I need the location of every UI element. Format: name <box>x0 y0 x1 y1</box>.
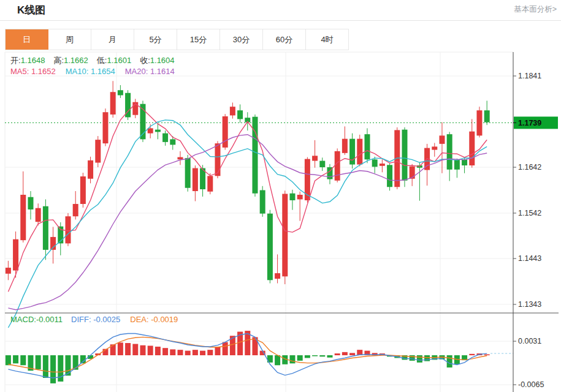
candle[interactable] <box>447 132 452 181</box>
ma5-value: 1.1652 <box>31 67 56 76</box>
candle-body <box>102 112 108 143</box>
candle[interactable] <box>185 155 191 192</box>
ma5-label: MA5: <box>10 67 29 76</box>
candle[interactable] <box>20 172 26 243</box>
candle-body <box>6 268 11 274</box>
candle[interactable] <box>260 186 265 217</box>
candle-body <box>342 139 348 153</box>
candle[interactable] <box>28 191 33 219</box>
candle[interactable] <box>349 134 355 169</box>
candle-body <box>260 190 265 214</box>
macd-axis-label: 0.0031 <box>518 337 541 345</box>
dea-label: DEA: <box>130 315 148 324</box>
diff-label: DIFF: <box>71 315 91 324</box>
candle[interactable] <box>177 151 183 165</box>
candle-body <box>387 165 392 187</box>
candle[interactable] <box>110 81 116 118</box>
candle-body <box>289 194 295 200</box>
candle[interactable] <box>342 126 348 154</box>
macd-bar <box>319 355 325 356</box>
candle[interactable] <box>13 232 18 278</box>
macd-bar <box>162 348 168 355</box>
macd-bar <box>312 355 318 356</box>
candle[interactable] <box>43 199 48 260</box>
candle[interactable] <box>102 108 108 146</box>
candle-body <box>357 139 362 165</box>
candle-body <box>469 132 475 165</box>
candle[interactable] <box>484 100 490 125</box>
candle[interactable] <box>387 163 392 190</box>
macd-legend: MACD:-0.0011DIFF: -0.0025DEA: -0.0019 <box>10 315 178 324</box>
candle-body <box>73 204 78 216</box>
candle-body <box>380 164 385 166</box>
candle[interactable] <box>125 90 131 120</box>
macd-bar <box>155 347 161 355</box>
macd-bar <box>148 345 153 355</box>
candle[interactable] <box>297 192 303 221</box>
candle[interactable] <box>469 119 475 167</box>
candle[interactable] <box>289 190 295 210</box>
candle-body <box>207 176 213 191</box>
price-axis-label: 1.1542 <box>518 209 541 217</box>
candle-body <box>80 176 86 204</box>
candle[interactable] <box>118 85 123 98</box>
ma20-value: 1.1614 <box>150 67 175 76</box>
candle-body <box>36 208 41 222</box>
candle[interactable] <box>357 135 362 167</box>
macd-bar <box>297 355 303 361</box>
candle[interactable] <box>312 140 318 168</box>
price-axis-label: 1.1443 <box>518 254 541 263</box>
candle[interactable] <box>230 102 235 118</box>
candle-body <box>439 135 445 143</box>
candle[interactable] <box>207 173 213 194</box>
candle[interactable] <box>402 127 407 187</box>
macd-bar <box>6 355 11 365</box>
candle[interactable] <box>132 99 138 118</box>
candle[interactable] <box>193 165 198 201</box>
macd-bar <box>342 352 348 355</box>
open-label: 开: <box>10 56 21 65</box>
macd-bar <box>275 355 280 365</box>
candle[interactable] <box>6 261 11 280</box>
macd-bar <box>140 345 145 355</box>
candle-body <box>335 151 340 181</box>
macd-bar <box>50 355 56 383</box>
candle-body <box>88 160 93 179</box>
macd-bar <box>185 351 191 355</box>
high-label: 高: <box>53 56 64 65</box>
candle[interactable] <box>155 124 161 139</box>
candle[interactable] <box>223 114 228 149</box>
macd-bar <box>200 351 205 355</box>
candle[interactable] <box>88 157 93 183</box>
candle[interactable] <box>36 203 41 225</box>
candle[interactable] <box>476 107 482 137</box>
candle[interactable] <box>432 143 437 156</box>
macd-bar <box>417 355 422 363</box>
candle[interactable] <box>65 213 71 246</box>
candle[interactable] <box>162 130 168 146</box>
candle[interactable] <box>252 115 258 197</box>
candle[interactable] <box>80 173 86 208</box>
macd-axis-label: -0.0065 <box>518 380 544 389</box>
candle-body <box>28 197 33 209</box>
candle[interactable] <box>319 157 325 171</box>
ma10-label: MA10: <box>66 67 89 76</box>
macd-bar <box>193 350 198 355</box>
candle[interactable] <box>237 104 243 123</box>
candle-body <box>372 159 378 167</box>
candle[interactable] <box>267 210 273 284</box>
candle[interactable] <box>380 159 385 172</box>
candle[interactable] <box>364 128 370 163</box>
candle[interactable] <box>95 136 101 167</box>
candle[interactable] <box>282 190 288 284</box>
candle[interactable] <box>410 164 415 186</box>
macd-bar <box>118 342 123 355</box>
candle[interactable] <box>454 159 460 178</box>
low-label: 低: <box>97 56 107 65</box>
candle-body <box>230 107 235 115</box>
diff-value: -0.0025 <box>93 315 120 324</box>
candle[interactable] <box>73 191 78 219</box>
candle-body <box>185 158 191 188</box>
candle-body <box>275 273 280 279</box>
candle[interactable] <box>417 162 422 201</box>
